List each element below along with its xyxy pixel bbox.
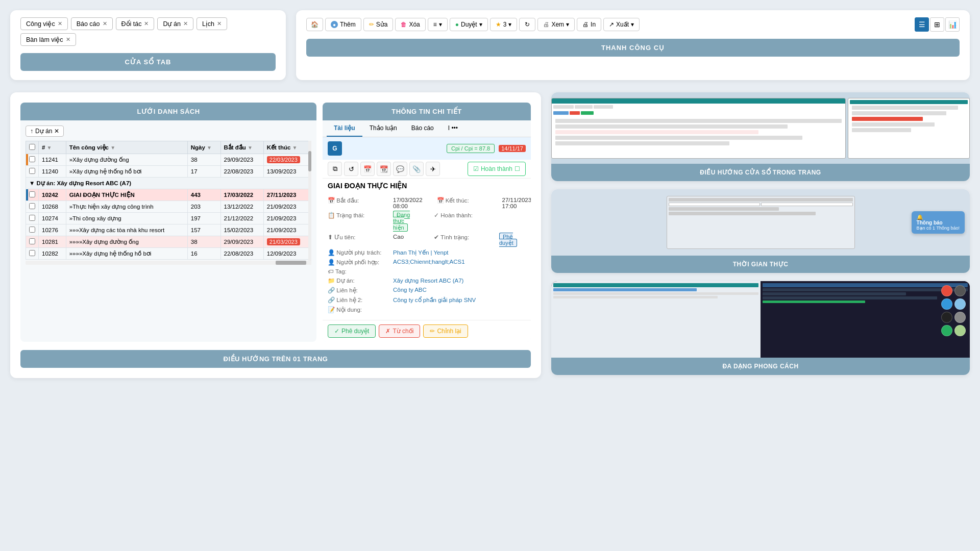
- tab-cong-viec[interactable]: Công việc ✕: [20, 17, 68, 30]
- list-view-button[interactable]: ☰: [915, 17, 929, 32]
- refresh-button[interactable]: ↻: [519, 18, 535, 31]
- themes-screenshot: [551, 281, 970, 358]
- scroll-thumb[interactable]: [308, 151, 311, 171]
- filter-close-icon[interactable]: ✕: [54, 128, 59, 135]
- row-checkbox[interactable]: [29, 238, 35, 244]
- field-value: Xây dựng Resort ABC (A7): [393, 277, 526, 284]
- edit-label: Sửa: [376, 21, 388, 28]
- swatch-row: [941, 325, 966, 336]
- color-swatch-red[interactable]: [941, 285, 952, 296]
- row-start: 22/08/2023: [220, 166, 263, 178]
- export-label: Xuất: [616, 21, 629, 28]
- table-row[interactable]: 10268 »Thực hiện xây dựng công trình 203…: [26, 201, 311, 213]
- color-swatch-light-green[interactable]: [954, 325, 966, 336]
- field-status: 📋 Trạng thái: Đang thực hiện ✓ Hoàn thàn…: [328, 212, 526, 231]
- row-checkbox[interactable]: [29, 250, 35, 256]
- print-button[interactable]: 🖨 In: [577, 18, 601, 31]
- tab-lich[interactable]: Lịch ✕: [197, 17, 227, 30]
- table-row[interactable]: 10276 »»»Xây dựng các tòa nhà khu resort…: [26, 224, 311, 236]
- color-swatch-light-blue[interactable]: [954, 298, 966, 310]
- color-swatch-black[interactable]: [941, 312, 952, 323]
- tab-doi-tac[interactable]: Đối tác ✕: [116, 17, 155, 30]
- field-value: Công ty ABC: [393, 287, 526, 293]
- color-swatch-green[interactable]: [941, 325, 952, 336]
- progress-date: 14/11/17: [499, 145, 526, 152]
- tab-du-an[interactable]: Dự án ✕: [157, 17, 193, 30]
- row-id: 10281: [39, 236, 66, 248]
- mini-row: [669, 198, 853, 202]
- filter-bar: ↑ Dự án ✕: [26, 126, 311, 137]
- horizontal-scrollbar[interactable]: [26, 261, 311, 265]
- expand-icon[interactable]: ▼: [29, 180, 35, 186]
- delete-button[interactable]: 🗑 Xóa: [395, 18, 425, 31]
- star-count: 3: [503, 21, 507, 28]
- attachment-button[interactable]: 📎: [409, 162, 424, 176]
- view-button[interactable]: 🖨 Xem ▾: [537, 18, 575, 31]
- color-swatch-dark[interactable]: [954, 285, 966, 296]
- swatch-row: [941, 312, 966, 323]
- row-checkbox[interactable]: [29, 203, 35, 209]
- add-button[interactable]: ● Thêm: [325, 18, 361, 31]
- mini-row: [555, 124, 788, 129]
- table-row[interactable]: 10274 »Thi công xây dựng 197 21/12/2022 …: [26, 213, 311, 224]
- approve-button[interactable]: ✓ Phê duyệt: [328, 324, 376, 338]
- row-checkbox[interactable]: [29, 168, 35, 174]
- panels-row: LƯỚI DANH SÁCH ↑ Dự án ✕: [20, 103, 531, 342]
- tab-label: Dự án: [163, 20, 180, 28]
- tab-thao-luan[interactable]: Thảo luận: [362, 120, 404, 137]
- close-icon[interactable]: ✕: [217, 20, 222, 27]
- close-icon[interactable]: ✕: [144, 20, 149, 27]
- color-swatch-gray[interactable]: [954, 312, 966, 323]
- revise-button[interactable]: ✏ Chỉnh lại: [423, 324, 468, 338]
- calendar-button[interactable]: 📅: [360, 162, 375, 176]
- mini-input: [761, 203, 853, 206]
- reject-button[interactable]: ✗ Từ chối: [379, 324, 420, 338]
- table-row[interactable]: 10282 »»»»Xây dựng hệ thống hồ bơi 16 22…: [26, 248, 311, 260]
- table-row-selected[interactable]: 10242 GIAI ĐOẠN THỰC HIỆN 443 17/03/2022…: [26, 189, 311, 201]
- tab-more[interactable]: I •••: [441, 120, 465, 137]
- mini-btn: [581, 111, 594, 115]
- tab-tai-lieu[interactable]: Tài liệu: [327, 120, 362, 137]
- row-name: GIAI ĐOẠN THỰC HIỆN: [66, 189, 187, 201]
- task-table-container[interactable]: # ▼ Tên công việc ▼ Ngày ▼ Bắt đầu ▼ Kết…: [26, 141, 311, 265]
- chevron-down-icon: ▾: [566, 21, 569, 28]
- row-checkbox[interactable]: [29, 191, 35, 197]
- send-button[interactable]: ✈: [426, 162, 440, 176]
- tab-bao-cao[interactable]: Báo cáo: [404, 120, 441, 137]
- close-icon[interactable]: ✕: [183, 20, 188, 27]
- close-icon[interactable]: ✕: [58, 20, 62, 27]
- scrollbar[interactable]: [308, 141, 311, 265]
- grid-view-button[interactable]: ⊞: [930, 17, 944, 32]
- tab-ban-lam-viec[interactable]: Bàn làm việc ✕: [20, 33, 76, 46]
- tab-bao-cao[interactable]: Báo cáo ✕: [71, 17, 113, 30]
- row-checkbox[interactable]: [29, 215, 35, 221]
- export-button[interactable]: ↗ Xuất ▾: [603, 18, 640, 31]
- scroll-thumb-h[interactable]: [276, 261, 306, 265]
- comment-button[interactable]: 💬: [393, 162, 407, 176]
- approve-button[interactable]: ● Duyệt ▾: [450, 18, 488, 31]
- window-nav-label: ĐIỀU HƯỚNG CỬA SỔ TRONG TRANG: [551, 164, 970, 181]
- chart-view-button[interactable]: 📊: [945, 17, 960, 32]
- menu-button[interactable]: ≡ ▾: [428, 18, 448, 31]
- home-button[interactable]: 🏠: [306, 18, 323, 31]
- table-row[interactable]: 11241 »Xây dựng đường ống 38 29/09/2023 …: [26, 154, 311, 166]
- row-checkbox[interactable]: [29, 156, 35, 162]
- table-row[interactable]: 10281 »»»»Xây dựng đường ống 38 29/09/20…: [26, 236, 311, 248]
- table-row[interactable]: 11240 »Xây dựng hệ thống hồ bơi 17 22/08…: [26, 166, 311, 178]
- notif-body: Bạn có 1 Thông báo!: [917, 226, 960, 231]
- row-id: 11240: [39, 166, 66, 178]
- export-icon: ↗: [609, 21, 614, 28]
- approval-buttons: ✓ Phê duyệt ✗ Từ chối ✏ Chỉnh lại: [323, 320, 531, 342]
- color-swatch-blue[interactable]: [941, 298, 952, 310]
- star-button[interactable]: ★ 3 ▾: [490, 18, 518, 31]
- undo-button[interactable]: ↺: [344, 162, 358, 176]
- edit-button[interactable]: ✏ Sửa: [363, 18, 394, 31]
- row-checkbox[interactable]: [29, 227, 35, 233]
- select-all-checkbox[interactable]: [29, 144, 35, 150]
- copy-button[interactable]: ⧉: [328, 162, 342, 176]
- complete-button[interactable]: ☑ Hoàn thành ☐: [468, 162, 526, 176]
- calendar2-button[interactable]: 📆: [377, 162, 391, 176]
- filter-tag[interactable]: ↑ Dự án ✕: [26, 126, 64, 137]
- close-icon[interactable]: ✕: [103, 20, 107, 27]
- close-icon[interactable]: ✕: [66, 36, 70, 43]
